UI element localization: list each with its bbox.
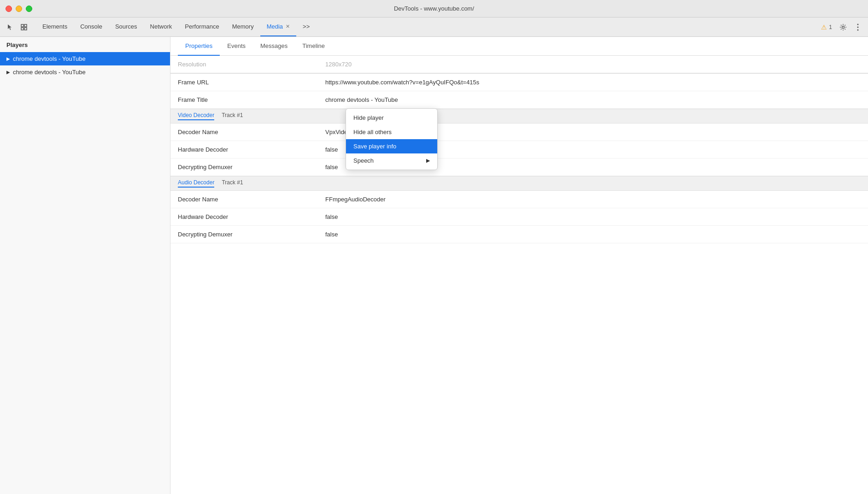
svg-rect-3 xyxy=(24,28,27,30)
content-area: Properties Events Messages Timeline Reso… xyxy=(170,37,868,494)
svg-rect-1 xyxy=(24,24,27,27)
audio-decoder-label: Audio Decoder xyxy=(178,179,214,188)
prop-name-vd-demuxer: Decrypting Demuxer xyxy=(178,164,325,171)
tab-performance[interactable]: Performance xyxy=(178,18,225,36)
settings-button[interactable] xyxy=(837,21,850,34)
title-bar: DevTools - www.youtube.com/ xyxy=(0,0,868,18)
properties-table: Resolution 1280x720 Frame URL https://ww… xyxy=(170,56,868,494)
tab-memory[interactable]: Memory xyxy=(226,18,260,36)
tab-bar-right: ⚠ 1 xyxy=(818,18,868,36)
warning-badge[interactable]: ⚠ 1 xyxy=(818,22,835,32)
context-menu-speech[interactable]: Speech ▶ xyxy=(346,153,437,168)
prop-name-vd-hardware: Hardware Decoder xyxy=(178,146,325,153)
prop-row-ad-demuxer: Decrypting Demuxer false xyxy=(170,226,868,243)
prop-row-ad-hardware: Hardware Decoder false xyxy=(170,208,868,226)
tab-elements[interactable]: Elements xyxy=(36,18,74,36)
prop-name-ad-demuxer: Decrypting Demuxer xyxy=(178,231,325,238)
prop-row-frame-title: Frame Title chrome devtools - YouTube xyxy=(170,91,868,109)
prop-name-vd-decoder-name: Decoder Name xyxy=(178,129,325,135)
minimize-button[interactable] xyxy=(16,6,22,12)
more-options-button[interactable] xyxy=(851,21,864,34)
window-title: DevTools - www.youtube.com/ xyxy=(394,5,474,12)
prop-row-vd-demuxer: Decrypting Demuxer false xyxy=(170,159,868,176)
context-menu-hide-all-others[interactable]: Hide all others xyxy=(346,125,437,139)
warning-icon: ⚠ xyxy=(821,24,827,31)
svg-rect-2 xyxy=(21,28,23,30)
cursor-icon[interactable] xyxy=(4,21,17,34)
prop-row-vd-name: Decoder Name VpxVideoDecoder xyxy=(170,124,868,141)
prop-name-ad-hardware: Hardware Decoder xyxy=(178,213,325,220)
player-item-2[interactable]: ▶ chrome devtools - YouTube xyxy=(0,65,170,79)
audio-decoder-header: Audio Decoder Track #1 xyxy=(170,176,868,191)
svg-point-6 xyxy=(857,26,859,28)
tab-bar: Elements Console Sources Network Perform… xyxy=(0,18,868,37)
tab-events[interactable]: Events xyxy=(220,37,253,56)
svg-point-4 xyxy=(842,26,845,28)
inspect-icon[interactable] xyxy=(18,21,30,34)
traffic-lights xyxy=(6,6,32,12)
tab-timeline[interactable]: Timeline xyxy=(295,37,332,56)
svg-rect-0 xyxy=(21,24,23,27)
tab-network[interactable]: Network xyxy=(144,18,179,36)
audio-decoder-track: Track #1 xyxy=(222,179,243,188)
prop-row-vd-hardware: Hardware Decoder false xyxy=(170,141,868,159)
arrow-down-icon: ▶ xyxy=(6,56,10,61)
player-item-1[interactable]: ▶ chrome devtools - YouTube xyxy=(0,52,170,65)
svg-point-5 xyxy=(857,24,859,25)
tab-messages[interactable]: Messages xyxy=(253,37,295,56)
tab-more[interactable]: >> xyxy=(296,18,316,36)
prop-row-frame-url: Frame URL https://www.youtube.com/watch?… xyxy=(170,74,868,91)
context-menu: Hide player Hide all others Save player … xyxy=(346,108,438,170)
tab-close-icon[interactable]: ✕ xyxy=(286,24,290,29)
sidebar-header: Players xyxy=(0,37,170,52)
toolbar-icons xyxy=(4,18,30,36)
maximize-button[interactable] xyxy=(26,6,32,12)
prop-row-resolution: Resolution 1280x720 xyxy=(170,56,868,74)
close-button[interactable] xyxy=(6,6,12,12)
prop-row-ad-name: Decoder Name FFmpegAudioDecoder xyxy=(170,191,868,208)
tab-sources[interactable]: Sources xyxy=(109,18,144,36)
tab-properties[interactable]: Properties xyxy=(178,37,220,56)
sidebar: Players ▶ chrome devtools - YouTube ▶ ch… xyxy=(0,37,170,494)
prop-name-frame-url: Frame URL xyxy=(178,79,325,86)
tab-console[interactable]: Console xyxy=(74,18,109,36)
prop-name-resolution: Resolution xyxy=(178,61,325,68)
sub-tabs: Properties Events Messages Timeline xyxy=(170,37,868,56)
arrow-right-icon: ▶ xyxy=(6,70,10,75)
context-menu-hide-player[interactable]: Hide player xyxy=(346,111,437,125)
video-decoder-header: Video Decoder Track #1 xyxy=(170,109,868,124)
prop-name-ad-decoder-name: Decoder Name xyxy=(178,196,325,203)
tab-media[interactable]: Media ✕ xyxy=(260,18,296,36)
prop-name-frame-title: Frame Title xyxy=(178,96,325,103)
main-layout: Players ▶ chrome devtools - YouTube ▶ ch… xyxy=(0,37,868,494)
context-menu-save-player-info[interactable]: Save player info xyxy=(346,139,437,153)
submenu-arrow-icon: ▶ xyxy=(426,158,430,164)
video-decoder-track: Track #1 xyxy=(222,112,243,120)
svg-point-7 xyxy=(857,29,859,30)
video-decoder-label: Video Decoder xyxy=(178,112,214,120)
